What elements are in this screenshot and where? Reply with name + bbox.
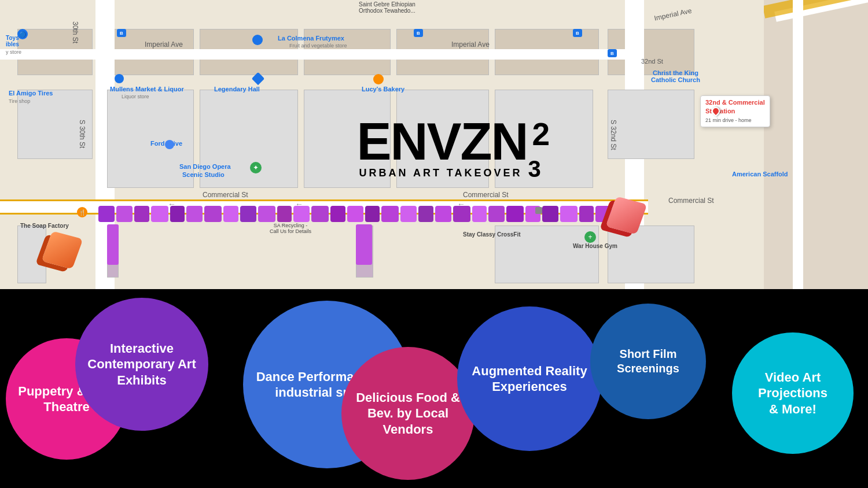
purple-banner bbox=[98, 205, 810, 223]
place-crossfit: Stay Classy CrossFit bbox=[463, 231, 521, 238]
label-imperial-left: Imperial Ave bbox=[145, 40, 183, 49]
banner-seg bbox=[579, 206, 594, 222]
pin-station bbox=[712, 107, 721, 116]
label-s30th: S 30th St bbox=[78, 120, 86, 148]
banner-seg bbox=[418, 206, 433, 222]
city-block-low bbox=[608, 90, 694, 159]
place-mullens-sub: Liquor store bbox=[122, 94, 149, 99]
arrow-left-1: ← bbox=[168, 199, 176, 209]
place-recycling: SA Recycling -Call Us for Details bbox=[270, 223, 311, 234]
v-banner-1 bbox=[107, 224, 119, 265]
banner-seg bbox=[116, 206, 133, 222]
circle-food-label: Delicious Food & Bev. by Local Vendors bbox=[341, 378, 475, 449]
city-block-low bbox=[304, 90, 391, 188]
banner-seg bbox=[381, 206, 399, 222]
banner-seg bbox=[472, 206, 487, 222]
circle-ar: Augmented Reality Experiences bbox=[457, 306, 602, 451]
label-s32nd: S 32nd St bbox=[609, 120, 617, 150]
city-block-low bbox=[495, 90, 593, 188]
circle-ar-label: Augmented Reality Experiences bbox=[457, 352, 602, 406]
banner-seg bbox=[151, 206, 168, 222]
label-commercial-center: Commercial St bbox=[203, 191, 248, 199]
place-legendary: Legendary Hall bbox=[214, 86, 260, 93]
city-block-low bbox=[396, 90, 489, 188]
road-imperial-top bbox=[0, 49, 637, 60]
transit-pin-3: B bbox=[608, 49, 617, 57]
banner-seg bbox=[506, 206, 524, 222]
right-area bbox=[764, 0, 868, 289]
transit-pin-4: B bbox=[414, 29, 423, 37]
circle-videoart: Video ArtProjections& More! bbox=[732, 332, 854, 454]
city-block-below bbox=[17, 225, 46, 283]
label-commercial-far: Commercial St bbox=[668, 197, 714, 205]
station-callout: 32nd & Commercial St Station 21 min driv… bbox=[700, 95, 770, 127]
place-christking: Christ the KingCatholic Church bbox=[651, 69, 700, 83]
banner-seg bbox=[435, 206, 451, 222]
label-30th-top: 30th St bbox=[71, 21, 79, 43]
arrow-left-3: ← bbox=[457, 199, 465, 209]
label-commercial-right: Commercial St bbox=[463, 191, 509, 199]
circle-interactive: Interactive Contemporary Art Exhibits bbox=[75, 298, 208, 431]
banner-seg bbox=[347, 206, 363, 222]
transit-pin-2: B bbox=[573, 29, 582, 37]
place-stgebre: Saint Gebre EthiopianOrthodox Tewahedo..… bbox=[359, 1, 415, 14]
pin-lucys bbox=[373, 74, 384, 84]
place-mullens: Mullens Market & Liquor bbox=[110, 86, 184, 93]
banner-seg bbox=[277, 206, 292, 222]
place-sdopera: San Diego Opera bbox=[179, 163, 231, 170]
place-american-scaffold: American Scaffold bbox=[732, 171, 788, 178]
place-el-amigo-sub: Tire shop bbox=[9, 98, 30, 104]
pin-soap: 🍴 bbox=[77, 207, 87, 217]
pin-toys: 🔵 bbox=[17, 29, 28, 39]
road-s32nd-far bbox=[793, 0, 803, 289]
banner-seg bbox=[240, 206, 256, 222]
banner-seg bbox=[98, 206, 115, 222]
place-el-amigo: El Amigo Tires bbox=[9, 90, 53, 97]
circle-food: Delicious Food & Bev. by Local Vendors bbox=[341, 347, 475, 480]
crossfit-pin bbox=[535, 207, 542, 214]
place-lucys: Lucy's Bakery bbox=[362, 86, 404, 93]
label-s32nd-far: 32nd St bbox=[641, 58, 663, 65]
bottom-section: Puppetry & Live Theatre Interactive Cont… bbox=[0, 289, 868, 488]
place-lacolmena-sub: Fruit and vegetable store bbox=[289, 43, 347, 49]
pin-sdopera: ✦ bbox=[250, 162, 262, 173]
city-block-low bbox=[107, 90, 194, 188]
place-toys: Toysibles bbox=[6, 35, 19, 47]
v-banner-2 bbox=[356, 224, 372, 265]
pin-crossfit: + bbox=[584, 231, 596, 243]
pin-mullens bbox=[115, 74, 124, 83]
map-section: Imperial Ave Imperial Ave Commercial St … bbox=[0, 0, 868, 289]
label-imperial-right: Imperial Ave bbox=[451, 40, 490, 49]
circle-videoart-label: Video ArtProjections& More! bbox=[746, 358, 839, 429]
banner-seg bbox=[223, 206, 238, 222]
transit-pin-1: B bbox=[117, 29, 126, 37]
circle-shortfilm: Short FilmScreenings bbox=[590, 304, 706, 419]
banner-seg bbox=[186, 206, 203, 222]
banner-seg bbox=[204, 206, 222, 222]
banner-seg bbox=[542, 206, 558, 222]
banner-seg bbox=[488, 206, 505, 222]
arrow-left-2: ← bbox=[295, 199, 303, 209]
place-toys-sub: y store bbox=[6, 49, 21, 55]
3d-box-inner-pink bbox=[605, 196, 647, 234]
place-sdopera2: Scenic Studio bbox=[182, 171, 225, 178]
circle-shortfilm-label: Short FilmScreenings bbox=[605, 335, 691, 387]
place-soap: The Soap Factory bbox=[20, 223, 69, 229]
banner-seg bbox=[330, 206, 345, 222]
banner-seg bbox=[311, 206, 329, 222]
circle-interactive-label: Interactive Contemporary Art Exhibits bbox=[75, 329, 208, 400]
3d-box-pink bbox=[610, 199, 651, 240]
3d-box-inner-orange bbox=[41, 231, 83, 269]
banner-seg bbox=[400, 206, 417, 222]
banner-seg bbox=[258, 206, 275, 222]
banner-seg bbox=[134, 206, 149, 222]
3d-box-orange bbox=[46, 234, 87, 275]
pin-ford bbox=[165, 140, 174, 149]
pin-lacolmena bbox=[252, 35, 263, 45]
place-lacolmena: La Colmena Frutymex bbox=[278, 35, 344, 42]
banner-seg bbox=[365, 206, 380, 222]
place-warhouse: War House Gym bbox=[573, 243, 617, 249]
banner-seg bbox=[560, 206, 578, 222]
